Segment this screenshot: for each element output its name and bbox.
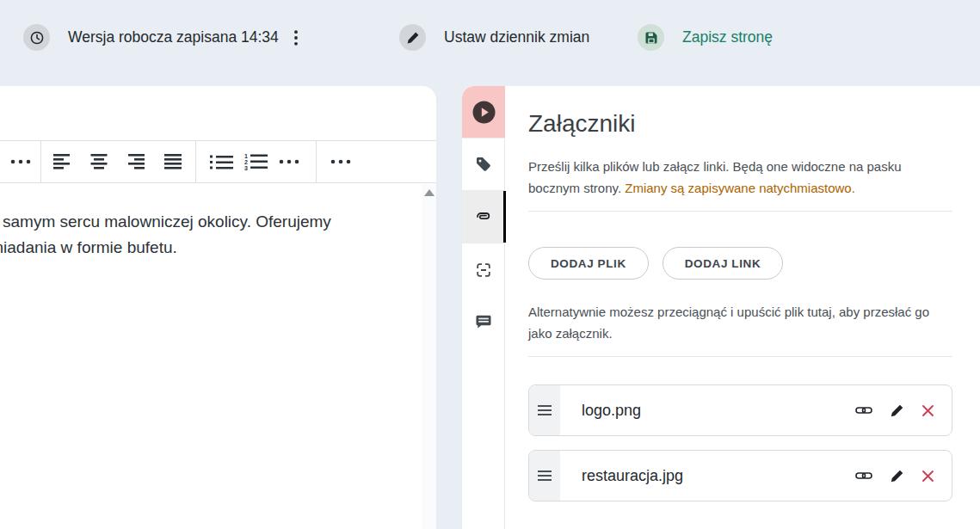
play-circle-icon [472, 101, 496, 124]
draft-status-group: Wersja robocza zapisana 14:34 [23, 24, 300, 51]
set-changelog-button[interactable]: Ustaw dziennik zmian [399, 24, 589, 51]
tab-excerpt[interactable] [462, 243, 505, 296]
panel-description: Prześlij kilka plików lub załącz linki. … [528, 156, 952, 199]
attachment-row: logo.png [528, 384, 952, 436]
attachment-actions [854, 451, 952, 501]
attachment-buttons-row: DODAJ PLIK DODAJ LINK [528, 247, 952, 280]
justify-icon[interactable] [164, 154, 182, 169]
autosave-note-link[interactable]: Zmiany są zapisywane natychmiastowo. [625, 181, 855, 195]
pencil-icon [399, 24, 426, 51]
clock-icon [23, 24, 50, 51]
draft-status-label: Wersja robocza zapisana 14:34 [68, 28, 279, 46]
align-center-icon[interactable] [90, 154, 108, 169]
drag-handle-icon[interactable] [529, 451, 560, 501]
panel-tabstrip [462, 86, 505, 529]
bullet-list-icon[interactable] [210, 154, 233, 170]
attachment-filename: logo.png [560, 385, 854, 435]
svg-text:3: 3 [244, 165, 248, 170]
add-link-button[interactable]: DODAJ LINK [663, 247, 784, 280]
attachment-list: logo.png [528, 384, 952, 501]
svg-text:2: 2 [244, 159, 248, 165]
add-file-button[interactable]: DODAJ PLIK [528, 247, 649, 280]
floppy-disk-icon [638, 24, 664, 51]
remove-x-icon[interactable] [920, 468, 936, 484]
attachment-filename: restauracja.jpg [560, 451, 854, 501]
attachments-side-panel: Załączniki Prześlij kilka plików lub zał… [462, 86, 980, 529]
excerpt-icon [475, 261, 492, 279]
tab-comments[interactable] [462, 296, 505, 348]
editor-scrollbar[interactable] [422, 184, 436, 529]
panel-title: Załączniki [528, 108, 952, 139]
tag-icon [475, 156, 492, 173]
save-page-button[interactable]: Zapisz stronę [638, 24, 773, 51]
tab-attachments[interactable] [462, 191, 505, 243]
align-left-icon[interactable] [53, 154, 71, 169]
remove-x-icon[interactable] [920, 403, 936, 419]
edit-pencil-icon[interactable] [888, 467, 906, 485]
toolbar-overflow-icon[interactable] [330, 159, 351, 164]
tab-publish[interactable] [462, 86, 505, 138]
paperclip-icon [474, 208, 493, 225]
attachment-actions [854, 385, 952, 435]
link-icon[interactable] [854, 466, 874, 485]
comment-icon [475, 314, 492, 330]
list-more-icon[interactable] [279, 159, 299, 164]
editor-text-line: śniadania w formie bufetu. [0, 235, 436, 261]
drag-handle-icon[interactable] [529, 385, 560, 435]
content-editor-card: 1 2 3 w samym sercu [0, 86, 436, 529]
editor-text-area[interactable]: w samym sercu malowniczej okolicy. Oferu… [0, 183, 436, 261]
numbered-list-icon[interactable]: 1 2 3 [244, 153, 268, 170]
scroll-up-icon[interactable] [424, 189, 435, 196]
set-changelog-label: Ustaw dziennik zmian [444, 28, 589, 46]
link-icon[interactable] [854, 401, 874, 420]
edit-pencil-icon[interactable] [888, 402, 906, 420]
editor-header-area [0, 86, 436, 140]
tab-tags[interactable] [462, 138, 505, 191]
editor-toolbar: 1 2 3 [0, 140, 436, 183]
editor-text-line: w samym sercu malowniczej okolicy. Oferu… [0, 209, 436, 235]
divider [528, 211, 952, 212]
save-page-label: Zapisz stronę [682, 28, 773, 46]
kebab-menu-icon[interactable] [292, 28, 300, 48]
attachments-panel-content: Załączniki Prześlij kilka plików lub zał… [528, 86, 980, 529]
selected-tab-indicator [503, 191, 506, 243]
toolbar-more-icon[interactable] [10, 159, 31, 164]
svg-text:1: 1 [244, 153, 248, 159]
page-top-toolbar: Wersja robocza zapisana 14:34 Ustaw dzie… [0, 0, 980, 86]
drop-hint-text: Alternatywnie możesz przeciągnąć i upuśc… [528, 301, 952, 344]
attachment-row: restauracja.jpg [528, 450, 952, 501]
align-right-icon[interactable] [127, 154, 145, 169]
divider [528, 356, 952, 357]
